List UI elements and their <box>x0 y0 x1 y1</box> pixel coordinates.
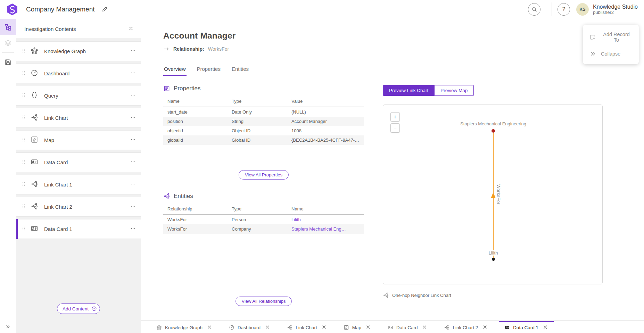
bottom-tab-link-chart[interactable]: Link Chart <box>281 321 332 333</box>
help-button[interactable]: ? <box>558 3 570 16</box>
node-dot-company[interactable] <box>492 129 495 133</box>
avatar[interactable]: KS <box>576 3 589 16</box>
sidebar-item-query[interactable]: Query <box>16 86 141 106</box>
item-menu-button[interactable] <box>130 137 136 143</box>
double-chevron-right-icon <box>5 324 11 330</box>
tab-close-button[interactable] <box>365 324 371 331</box>
drag-handle[interactable] <box>21 92 26 99</box>
menu-item-label: Collapse <box>601 51 620 57</box>
drag-dots-icon <box>21 159 26 165</box>
drag-handle[interactable] <box>21 181 26 188</box>
preview-link-chart-button[interactable]: Preview Link Chart <box>383 85 435 96</box>
node-dot-person[interactable] <box>492 258 495 261</box>
entities-section-title: Entities <box>174 193 193 200</box>
item-menu-button[interactable] <box>130 115 136 121</box>
bottom-tab-dashboard[interactable]: Dashboard <box>223 321 276 333</box>
tab-close-button[interactable] <box>482 324 488 331</box>
rail-save-button[interactable] <box>0 54 16 70</box>
item-menu-button[interactable] <box>130 92 136 99</box>
item-menu-button[interactable] <box>130 203 136 210</box>
item-menu-button[interactable] <box>130 181 136 188</box>
sidebar-item-label: Dashboard <box>44 70 130 76</box>
sidebar-item-label: Link Chart 2 <box>44 204 130 210</box>
close-icon <box>207 324 212 330</box>
link-chart-preview[interactable]: + − WorksFor Staplers Mechanical Enginee… <box>383 105 603 284</box>
edit-title-button[interactable] <box>101 5 109 14</box>
org-tree-icon <box>4 23 12 31</box>
ellipsis-icon <box>130 137 136 142</box>
save-icon <box>4 58 12 66</box>
bottom-tab-data-card-1[interactable]: Data Card 1 <box>499 321 554 333</box>
ellipsis-icon <box>130 181 136 187</box>
zoom-out-button[interactable]: − <box>390 123 400 133</box>
bottom-tab-knowledge-graph[interactable]: Knowledge Graph <box>151 321 218 333</box>
panel-close-button[interactable] <box>128 26 134 32</box>
entity-link[interactable]: Lilith <box>291 217 301 222</box>
cell-name: start_date <box>163 107 228 117</box>
rail-layers-button[interactable] <box>0 35 16 51</box>
drag-handle[interactable] <box>21 115 26 122</box>
drag-dots-icon <box>21 181 26 187</box>
sidebar-item-label: Data Card 1 <box>44 226 130 232</box>
drag-handle[interactable] <box>21 159 26 166</box>
item-menu-button[interactable] <box>130 226 136 232</box>
user-info[interactable]: Knowledge Studio publisher2 <box>593 4 638 15</box>
sidebar-item-link-chart[interactable]: Link Chart <box>16 108 141 128</box>
ellipsis-icon <box>130 226 136 231</box>
cell-name: globalid <box>163 135 228 145</box>
item-menu-button[interactable] <box>130 159 136 166</box>
cell-relationship: WorksFor <box>163 224 228 234</box>
sidebar-item-label: Link Chart <box>44 115 130 121</box>
add-content-button[interactable]: Add Content <box>57 303 100 314</box>
drag-handle[interactable] <box>21 70 26 77</box>
tab-close-button[interactable] <box>265 324 270 331</box>
bottom-tab-map[interactable]: Map <box>338 321 377 333</box>
tab-overview[interactable]: Overview <box>163 66 187 76</box>
ellipsis-icon <box>130 159 136 165</box>
tab-entities[interactable]: Entities <box>231 66 249 76</box>
sidebar-item-knowledge-graph[interactable]: Knowledge Graph <box>16 41 141 61</box>
tab-close-button[interactable] <box>543 324 548 331</box>
bottom-tab-link-chart-2[interactable]: Link Chart 2 <box>438 321 493 333</box>
query-icon <box>31 91 38 100</box>
menu-item-add-record-to[interactable]: Add Record To <box>583 28 639 47</box>
cell-type: Global ID <box>228 135 287 145</box>
sidebar-item-link-chart-2[interactable]: Link Chart 2 <box>16 197 141 217</box>
column-header: Name <box>287 204 364 215</box>
drag-handle[interactable] <box>21 203 26 210</box>
search-button[interactable] <box>528 3 540 16</box>
tab-close-button[interactable] <box>321 324 327 331</box>
data-card-icon <box>31 158 38 167</box>
drag-dots-icon <box>21 48 26 53</box>
properties-section-header: Properties <box>163 85 364 92</box>
preview-map-button[interactable]: Preview Map <box>435 85 474 96</box>
item-menu-button[interactable] <box>130 70 136 77</box>
tab-close-button[interactable] <box>422 324 427 331</box>
bottom-tab-data-card[interactable]: Data Card <box>382 321 433 333</box>
sidebar-item-data-card-1[interactable]: Data Card 1 <box>16 219 141 239</box>
sidebar-item-data-card[interactable]: Data Card <box>16 152 141 172</box>
table-row: globalid Global ID {BEC2A1B4-BA25-4CFF-8… <box>163 135 364 145</box>
drag-dots-icon <box>21 70 26 76</box>
view-all-properties-button[interactable]: View All Properties <box>239 170 289 180</box>
tab-properties[interactable]: Properties <box>196 66 221 76</box>
rail-contents-button[interactable] <box>0 19 16 35</box>
drag-handle[interactable] <box>21 226 26 233</box>
rail-expand-button[interactable] <box>0 322 16 332</box>
zoom-in-button[interactable]: + <box>390 112 400 122</box>
item-menu-button[interactable] <box>130 48 136 55</box>
menu-item-label: Add Record To <box>601 32 632 43</box>
menu-item-collapse[interactable]: Collapse <box>583 47 639 61</box>
drag-handle[interactable] <box>21 137 26 144</box>
sidebar-item-map[interactable]: Map <box>16 130 141 150</box>
avatar-initials: KS <box>579 7 585 12</box>
context-menu: Add Record To Collapse <box>583 25 639 64</box>
entity-link[interactable]: Staplers Mechanical Eng… <box>291 226 346 232</box>
sidebar-item-dashboard[interactable]: Dashboard <box>16 64 141 83</box>
view-all-relationships-button[interactable]: View All Relationships <box>236 297 292 306</box>
drag-handle[interactable] <box>21 48 26 55</box>
table-row: position String Account Manager <box>163 117 364 126</box>
tab-close-button[interactable] <box>207 324 212 331</box>
sidebar-item-link-chart-1[interactable]: Link Chart 1 <box>16 175 141 194</box>
close-icon <box>422 324 427 330</box>
